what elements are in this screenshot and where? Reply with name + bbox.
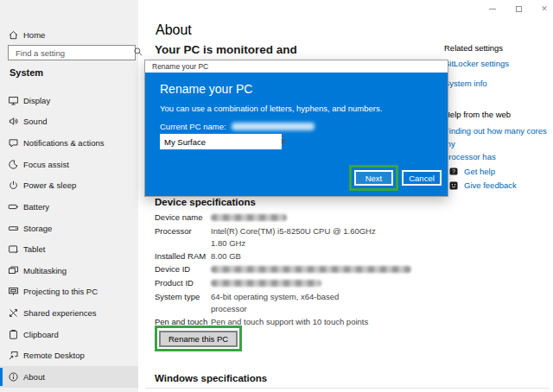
device-name-redacted — [211, 214, 287, 221]
dialog-titlebar: Rename your PC — [145, 60, 448, 73]
sidebar-item-label: Home — [23, 30, 45, 40]
spec-label: Installed RAM — [155, 250, 211, 262]
cancel-button[interactable]: Cancel — [402, 170, 442, 186]
get-help-icon: ? — [449, 168, 458, 176]
spec-label: Product ID — [155, 277, 211, 290]
bitlocker-settings-link[interactable]: BitLocker settings — [444, 57, 509, 70]
help-from-web-heading: Help from the web — [444, 110, 511, 119]
clear-input-icon[interactable]: ✕ — [277, 137, 289, 146]
sidebar-item-clipboard[interactable]: Clipboard — [0, 324, 138, 345]
search-box — [8, 45, 136, 60]
sidebar-section-title: System — [10, 67, 43, 78]
spec-label: Device ID — [155, 263, 211, 276]
sidebar-nav: Display Sound Notifications & actions Fo… — [0, 90, 138, 388]
dialog-titlebar-text: Rename your PC — [152, 62, 208, 71]
about-icon — [8, 371, 19, 383]
sidebar-item-storage[interactable]: Storage — [0, 218, 138, 239]
spec-label: System type — [155, 291, 211, 315]
dialog-heading: Rename your PC — [160, 82, 252, 96]
window-controls: ✕ — [486, 3, 551, 14]
sidebar-item-notifications[interactable]: Notifications & actions — [0, 132, 138, 154]
product-id-redacted — [211, 280, 321, 287]
multitasking-icon — [8, 265, 19, 276]
spec-value-redacted — [211, 212, 427, 224]
section-divider — [145, 388, 550, 389]
device-id-redacted — [211, 266, 411, 273]
sidebar-item-projecting[interactable]: Projecting to this PC — [0, 281, 138, 303]
spec-value: 8.00 GB — [211, 250, 427, 262]
get-help-link[interactable]: Get help — [464, 165, 495, 178]
shared-experiences-icon — [8, 307, 19, 319]
battery-icon — [8, 201, 19, 212]
sidebar-item-home[interactable]: Home — [0, 25, 138, 44]
device-specifications-table: Device name Processor Intel(R) Core(TM) … — [155, 212, 427, 328]
close-icon: ✕ — [541, 4, 548, 13]
dialog-description: You can use a combination of letters, hy… — [160, 104, 382, 113]
selected-accent-bar — [0, 368, 3, 386]
notifications-icon — [8, 137, 19, 149]
related-settings-heading: Related settings — [444, 43, 503, 53]
feedback-icon — [449, 181, 458, 190]
spec-value: Pen and touch support with 10 touch poin… — [211, 316, 427, 328]
sidebar-item-tablet[interactable]: Tablet — [0, 238, 138, 260]
current-pc-name-redacted — [232, 123, 315, 130]
close-button[interactable]: ✕ — [537, 3, 551, 14]
spec-label: Device name — [155, 212, 211, 224]
system-info-link[interactable]: System info — [444, 77, 487, 90]
rename-pc-dialog: Rename your PC Rename your PC You can us… — [144, 60, 448, 197]
sidebar-item-sound[interactable]: Sound — [0, 111, 138, 133]
give-feedback-row[interactable]: Give feedback — [449, 179, 517, 192]
search-input[interactable] — [9, 48, 133, 58]
windows-specifications-heading: Windows specifications — [155, 373, 267, 383]
dialog-body: Rename your PC You can use a combination… — [145, 73, 448, 196]
sidebar-item-display[interactable]: Display — [0, 90, 138, 111]
sidebar-item-shared-experiences[interactable]: Shared experiences — [0, 302, 138, 324]
annotation-green-box: Rename this PC — [155, 326, 242, 351]
give-feedback-link[interactable]: Give feedback — [464, 179, 517, 192]
page-title: About — [156, 22, 192, 38]
sidebar: Home System Display Sound Notifications … — [0, 0, 138, 392]
security-status-heading: Your PC is monitored and — [155, 43, 297, 56]
spec-label: Processor — [155, 225, 211, 250]
tablet-icon — [8, 243, 19, 255]
power-icon — [8, 180, 19, 191]
rename-annotation-area: Rename this PC — [155, 326, 242, 351]
storage-icon — [8, 223, 19, 234]
help-cores-link[interactable]: Finding out how many cores my processor … — [444, 124, 553, 163]
sidebar-item-focus-assist[interactable]: Focus assist — [0, 154, 138, 175]
sidebar-item-remote-desktop[interactable]: Remote Desktop — [0, 345, 138, 367]
pc-name-input-box: ✕ — [160, 134, 282, 149]
search-icon — [133, 45, 145, 60]
sidebar-item-about[interactable]: About — [0, 366, 138, 388]
spec-value-redacted — [211, 277, 427, 290]
annotation-green-box-next — [349, 165, 398, 191]
spec-value-redacted — [211, 263, 427, 276]
clipboard-icon — [8, 329, 19, 340]
device-specifications-heading: Device specifications — [155, 197, 256, 207]
home-icon — [8, 29, 19, 41]
sidebar-item-battery[interactable]: Battery — [0, 196, 138, 218]
minimize-button[interactable] — [486, 3, 499, 14]
settings-window: Settings ✕ Home System Display — [0, 0, 553, 392]
spec-value: Intel(R) Core(TM) i5-8250U CPU @ 1.60GHz… — [211, 225, 427, 250]
sidebar-item-power-sleep[interactable]: Power & sleep — [0, 175, 138, 197]
pc-name-input[interactable] — [160, 137, 278, 147]
display-icon — [8, 95, 19, 106]
rename-this-pc-button[interactable]: Rename this PC — [159, 331, 238, 347]
get-help-row[interactable]: ? Get help — [449, 165, 495, 178]
current-pc-name-label: Current PC name: — [160, 122, 315, 131]
sound-icon — [8, 116, 19, 127]
remote-desktop-icon — [8, 350, 19, 361]
focus-assist-icon — [8, 159, 19, 170]
sidebar-item-multitasking[interactable]: Multitasking — [0, 260, 138, 281]
maximize-icon — [516, 6, 522, 12]
projecting-icon — [8, 286, 19, 297]
maximize-button[interactable] — [512, 3, 525, 14]
minimize-icon — [489, 9, 496, 9]
svg-text:?: ? — [452, 168, 455, 174]
spec-value: 64-bit operating system, x64-based proce… — [211, 291, 427, 315]
